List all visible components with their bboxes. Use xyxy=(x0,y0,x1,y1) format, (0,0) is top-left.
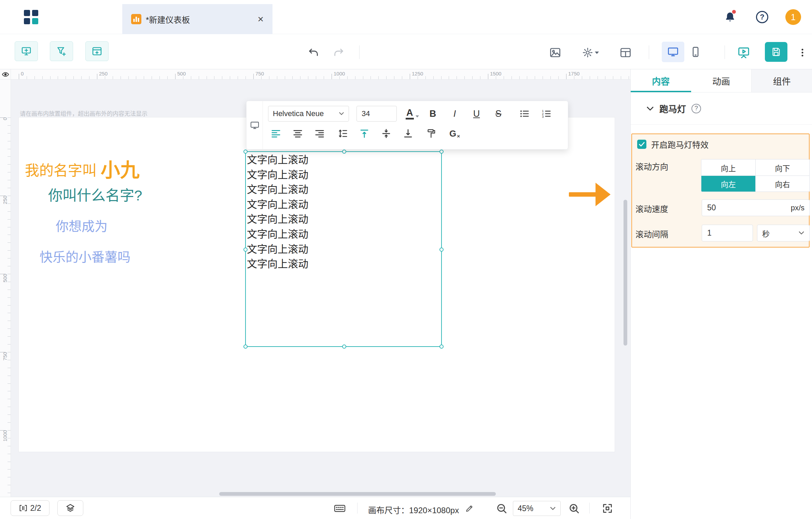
more-menu-icon[interactable] xyxy=(796,46,809,59)
interval-unit-select[interactable]: 秒 xyxy=(757,225,810,241)
edit-canvas-size-icon[interactable] xyxy=(463,502,476,515)
direction-down-button[interactable]: 向下 xyxy=(755,159,809,176)
zoom-level-select[interactable]: 45% xyxy=(513,501,561,516)
visibility-eye-icon[interactable] xyxy=(2,71,9,78)
undo-icon[interactable] xyxy=(307,46,320,59)
chevron-down-icon xyxy=(595,52,599,54)
align-left-icon[interactable] xyxy=(268,126,284,141)
fit-screen-icon[interactable] xyxy=(601,502,614,515)
resize-handle-nw[interactable] xyxy=(243,150,248,154)
font-family-select[interactable]: Helvetica Neue xyxy=(268,106,349,122)
marquee-text-line: 文字向上滚动 xyxy=(247,152,441,167)
marquee-section-header[interactable]: 跑马灯 ? xyxy=(631,93,812,125)
text-component-wish2[interactable]: 快乐的小番薯吗 xyxy=(40,247,130,265)
ruler-label: 1250 xyxy=(410,69,488,79)
presentation-icon[interactable] xyxy=(737,46,751,59)
zoom-out-icon[interactable] xyxy=(495,502,508,515)
help-icon[interactable]: ? xyxy=(755,10,769,24)
add-component-button[interactable] xyxy=(85,41,109,61)
resize-handle-ne[interactable] xyxy=(439,150,444,154)
arrow-shape-component[interactable] xyxy=(568,180,612,209)
ruler-label: 750 xyxy=(253,69,332,79)
resize-handle-n[interactable] xyxy=(342,150,346,154)
resize-handle-s[interactable] xyxy=(342,345,346,349)
ruler-label: 500 xyxy=(0,274,8,352)
chevron-down-icon xyxy=(339,112,344,115)
page-indicator[interactable]: 2/2 xyxy=(11,500,50,516)
align-center-icon[interactable] xyxy=(290,126,306,141)
save-icon xyxy=(771,46,782,57)
text-component-wish1[interactable]: 你想成为 xyxy=(56,216,108,235)
align-right-icon[interactable] xyxy=(312,126,327,141)
save-button[interactable] xyxy=(765,42,787,62)
underline-icon[interactable]: U xyxy=(469,107,485,121)
rich-text-toolbar: Helvetica Neue A B I U S 123 xyxy=(246,101,568,150)
dashboard-tab[interactable]: *新建仪表板 × xyxy=(122,4,272,34)
desktop-view-icon[interactable] xyxy=(662,42,684,62)
view-mode-switch xyxy=(662,42,707,62)
toolbar-separator xyxy=(649,45,649,59)
italic-icon[interactable]: I xyxy=(447,107,463,121)
mobile-view-icon[interactable] xyxy=(684,42,707,62)
direction-right-button[interactable]: 向右 xyxy=(755,176,809,192)
ruler-label: 1000 xyxy=(332,69,410,79)
enable-marquee-label: 开启跑马灯特效 xyxy=(651,138,709,150)
tab-component[interactable]: 组件 xyxy=(751,69,812,92)
zoom-in-icon[interactable] xyxy=(568,502,580,515)
font-color-icon[interactable]: A xyxy=(406,108,419,119)
tab-content[interactable]: 内容 xyxy=(631,69,691,92)
collapse-chevron-icon[interactable] xyxy=(646,106,654,111)
layout-icon[interactable] xyxy=(619,46,632,59)
resize-handle-sw[interactable] xyxy=(243,345,248,349)
direction-up-button[interactable]: 向上 xyxy=(701,159,755,176)
selected-marquee-text-component[interactable]: 文字向上滚动文字向上滚动文字向上滚动文字向上滚动文字向上滚动文字向上滚动文字向上… xyxy=(245,151,442,347)
enable-marquee-checkbox[interactable] xyxy=(637,140,646,149)
keyboard-shortcuts-icon[interactable] xyxy=(333,502,346,515)
settings-gear-icon[interactable] xyxy=(580,46,600,59)
direction-left-button[interactable]: 向左 xyxy=(701,176,755,192)
valign-top-icon[interactable] xyxy=(356,126,372,141)
bold-icon[interactable]: B xyxy=(425,107,441,121)
horizontal-scrollbar[interactable] xyxy=(219,492,496,496)
speed-input[interactable] xyxy=(702,203,791,212)
ruler-corner xyxy=(0,69,11,80)
bullet-list-icon[interactable] xyxy=(517,107,532,121)
vertical-ruler: 02505007501000 xyxy=(0,80,11,497)
layers-button[interactable] xyxy=(57,500,83,516)
interval-input[interactable] xyxy=(702,228,753,238)
redo-icon[interactable] xyxy=(332,46,346,59)
tab-close-icon[interactable]: × xyxy=(257,14,264,24)
text-component-question[interactable]: 你叫什么名字? xyxy=(48,184,142,205)
add-filter-button[interactable] xyxy=(50,41,73,61)
tab-animation[interactable]: 动画 xyxy=(691,69,752,92)
dashboard-canvas[interactable]: 我的名字叫 小九 你叫什么名字? 你想成为 快乐的小番薯吗 文字向上滚动文字向上… xyxy=(19,117,615,452)
valign-bottom-icon[interactable] xyxy=(400,126,416,141)
canvas-area[interactable]: 请在画布内放置组件，超出画布外的内容无法显示 我的名字叫 小九 你叫什么名字? … xyxy=(11,80,630,497)
avatar[interactable]: 1 xyxy=(785,9,801,25)
resize-handle-se[interactable] xyxy=(439,345,444,349)
clear-format-icon[interactable]: G× xyxy=(445,126,461,141)
export-image-icon[interactable] xyxy=(548,46,562,59)
display-target-icon[interactable] xyxy=(247,101,263,149)
help-circle-icon[interactable]: ? xyxy=(691,104,701,113)
ruler-label: 0 xyxy=(0,117,8,196)
valign-middle-icon[interactable] xyxy=(378,126,394,141)
canvas-size-text: 画布尺寸：1920×1080px xyxy=(368,504,459,516)
add-chart-button[interactable] xyxy=(15,41,38,61)
app-logo-icon[interactable] xyxy=(23,9,39,25)
line-height-icon[interactable] xyxy=(335,126,351,141)
resize-handle-e[interactable] xyxy=(439,248,444,252)
ordered-list-icon[interactable]: 123 xyxy=(538,107,554,121)
speed-label: 滚动速度 xyxy=(635,202,668,214)
text-component-name[interactable]: 我的名字叫 小九 xyxy=(25,154,140,182)
font-size-input[interactable] xyxy=(357,109,396,118)
notification-bell-icon[interactable] xyxy=(723,10,737,24)
chevron-down-icon xyxy=(550,507,556,510)
marquee-text-line: 文字向上滚动 xyxy=(247,242,441,257)
strikethrough-icon[interactable]: S xyxy=(491,107,506,121)
pages-icon xyxy=(19,504,27,512)
resize-handle-w[interactable] xyxy=(243,248,248,252)
format-paint-icon[interactable] xyxy=(423,126,439,141)
panel-tabs: 内容 动画 组件 xyxy=(631,69,812,93)
vertical-scrollbar[interactable] xyxy=(624,200,627,346)
